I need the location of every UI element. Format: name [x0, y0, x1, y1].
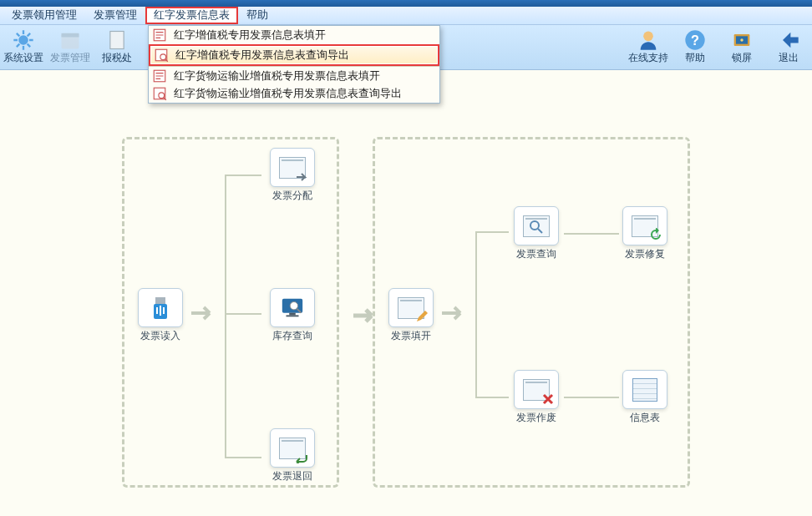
menu-invoice-manage[interactable]: 发票管理	[85, 7, 145, 24]
form-icon	[152, 28, 167, 43]
flow-panel-left: 发票读入 发票分配 库存查询 发票退回	[122, 137, 339, 488]
node-label: 发票修复	[625, 247, 665, 261]
dd-item-fill-freight[interactable]: 红字货物运输业增值税专用发票信息表填开	[149, 66, 439, 84]
svg-point-0	[18, 35, 28, 45]
red-invoice-dropdown: 红字增值税专用发票信息表填开 红字增值税专用发票信息表查询导出 红字货物运输业增…	[148, 25, 440, 104]
menu-invoice-receive[interactable]: 发票领用管理	[3, 7, 85, 24]
tool-invoice-manage[interactable]: 发票管理	[47, 26, 94, 69]
node-label: 发票退回	[272, 469, 312, 483]
node-label: 信息表	[630, 411, 660, 425]
svg-rect-19	[289, 312, 296, 315]
svg-rect-2	[62, 33, 79, 38]
tool-lock-screen[interactable]: 锁屏	[718, 26, 765, 69]
back-arrow-icon	[777, 29, 800, 51]
dd-item-query-export-vat[interactable]: 红字增值税专用发票信息表查询导出	[149, 44, 439, 66]
doc-return-icon	[279, 438, 306, 459]
svg-point-9	[740, 38, 743, 42]
calendar-icon	[58, 29, 82, 51]
menu-red-invoice-info[interactable]: 红字发票信息表	[145, 7, 238, 24]
node-invoice-read[interactable]: 发票读入	[136, 288, 185, 343]
doc-search-icon	[523, 215, 550, 237]
form-icon	[152, 68, 167, 83]
arrow-icon	[442, 303, 470, 323]
doc-refresh-icon	[632, 215, 658, 237]
doc-icon	[279, 157, 306, 179]
tool-online-support[interactable]: 在线支持	[625, 26, 672, 69]
tool-exit[interactable]: 退出	[765, 26, 812, 69]
menu-bar: 发票领用管理 发票管理 红字发票信息表 帮助	[0, 7, 812, 25]
svg-point-22	[530, 221, 539, 230]
tool-label: 在线支持	[628, 51, 668, 65]
workspace: 发票读入 发票分配 库存查询 发票退回	[0, 70, 812, 516]
arrow-icon	[191, 303, 220, 323]
node-label: 发票填开	[391, 329, 431, 343]
node-info-table[interactable]: 信息表	[621, 370, 669, 425]
svg-point-21	[290, 301, 297, 309]
dd-item-query-export-freight[interactable]: 红字货物运输业增值税专用发票信息表查询导出	[149, 84, 439, 103]
form-search-icon	[152, 86, 167, 101]
node-invoice-distribute[interactable]: 发票分配	[268, 148, 317, 203]
svg-rect-3	[110, 32, 124, 49]
help-icon: ?	[683, 29, 707, 51]
app-window: 发票领用管理 发票管理 红字发票信息表 帮助 系统设置 发票管理 报税处	[0, 0, 812, 516]
dd-label: 红字增值税专用发票信息表查询导出	[175, 48, 349, 63]
tool-label: 发票管理	[50, 51, 90, 65]
tool-help[interactable]: ? 帮助	[672, 26, 718, 69]
node-label: 库存查询	[272, 329, 312, 343]
node-label: 发票查询	[516, 247, 556, 261]
svg-text:?: ?	[691, 33, 699, 48]
tool-tax-report[interactable]: 报税处	[94, 26, 140, 69]
svg-rect-16	[155, 297, 165, 304]
node-invoice-query[interactable]: 发票查询	[512, 206, 561, 261]
tool-label: 锁屏	[732, 51, 752, 65]
gear-icon	[12, 29, 35, 51]
tool-label: 系统设置	[3, 51, 43, 65]
tool-label: 报税处	[102, 51, 132, 65]
tool-system-settings[interactable]: 系统设置	[0, 26, 47, 69]
table-icon	[632, 378, 657, 402]
usb-icon	[147, 295, 174, 321]
doc-pen-icon	[398, 297, 424, 319]
node-invoice-void[interactable]: 发票作废	[512, 370, 561, 425]
node-label: 发票作废	[516, 411, 556, 425]
node-invoice-return[interactable]: 发票退回	[268, 428, 317, 483]
form-search-icon	[154, 48, 169, 63]
dd-label: 红字货物运输业增值税专用发票信息表查询导出	[174, 86, 402, 101]
dd-item-fill-vat[interactable]: 红字增值税专用发票信息表填开	[149, 26, 439, 44]
dd-label: 红字货物运输业增值税专用发票信息表填开	[174, 68, 380, 83]
doc-delete-icon	[523, 379, 550, 401]
monitor-search-icon	[280, 296, 305, 321]
document-icon	[105, 29, 129, 51]
lock-icon	[730, 29, 754, 51]
title-bar	[0, 0, 812, 7]
node-invoice-fill[interactable]: 发票填开	[387, 288, 435, 343]
menu-help[interactable]: 帮助	[238, 7, 277, 24]
svg-rect-20	[287, 315, 299, 316]
svg-point-4	[643, 32, 653, 42]
user-icon	[637, 29, 660, 51]
node-invoice-repair[interactable]: 发票修复	[621, 206, 669, 261]
node-label: 发票读入	[140, 329, 180, 343]
node-stock-query[interactable]: 库存查询	[268, 288, 317, 343]
flow-panel-right: 发票填开 发票查询 发票修复 发票作废	[373, 137, 690, 488]
dd-label: 红字增值税专用发票信息表填开	[174, 28, 326, 43]
node-label: 发票分配	[272, 189, 312, 203]
tool-label: 帮助	[685, 51, 705, 65]
tool-label: 退出	[779, 51, 799, 65]
